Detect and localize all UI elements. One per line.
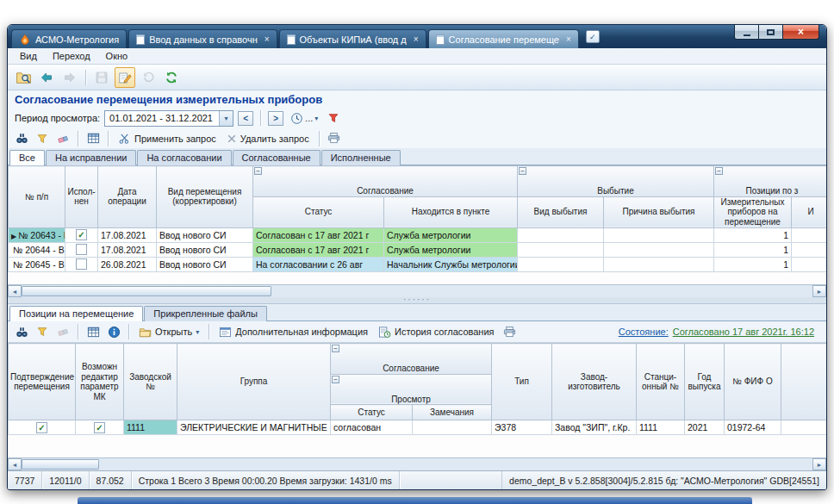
cell-num[interactable]: № 20644 - В [9,242,65,257]
scrollbar-track[interactable] [99,458,812,470]
menu-item-perekhod[interactable]: Переход [46,50,97,62]
scrollbar-thumb[interactable] [22,286,271,296]
cell-kind[interactable]: Ввод нового СИ [157,242,253,257]
cell-kind[interactable]: Ввод нового СИ [157,257,253,271]
col-header-done[interactable]: Испол- нен [65,166,98,228]
cell-status[interactable]: Согласован с 17 авг 2021 г [253,242,384,257]
collapse-group-icon[interactable]: − [519,167,526,175]
col-header-confirm[interactable]: Подтверждение перемещения [9,344,76,420]
close-button[interactable]: × [782,25,819,40]
tab-vse[interactable]: Все [9,150,45,165]
pane-splitter[interactable]: ······ [8,297,826,304]
tab-close-icon[interactable]: × [265,34,270,44]
menu-item-vid[interactable]: Вид [13,50,44,62]
col-header-serial[interactable]: Заводской № [124,344,177,420]
refresh-button[interactable] [161,67,182,88]
collapse-group-icon[interactable]: − [332,376,339,383]
col-header-remarks[interactable]: Замечания [413,405,492,420]
scroll-left-button[interactable]: ◄ [8,458,22,470]
cell-done[interactable] [65,242,98,257]
group-header-positions[interactable]: − Позиции по з [714,166,827,197]
additional-info-button[interactable]: Дополнительная информация [215,325,371,339]
minimize-button[interactable] [734,25,759,40]
cell-devices-count[interactable]: 1 [714,257,792,271]
col-header-fif[interactable]: № ФИФ О [725,344,781,420]
doc-tab-kipia[interactable]: Объекты КИПиА (ввод д × [279,29,426,48]
tab-close-icon[interactable]: × [414,34,419,44]
collapse-group-icon[interactable]: − [715,167,723,175]
cell-done[interactable]: ✓ [65,227,98,242]
tab-na-ispravlenii[interactable]: На исправлении [46,150,136,165]
cell-retirement-reason[interactable] [604,227,714,242]
col-header-next[interactable]: И [792,196,827,227]
group-header-review[interactable]: − Просмотр [331,374,492,405]
print-button[interactable] [501,323,519,340]
apply-query-button[interactable]: Применить запрос [115,131,220,146]
clear-filter-button[interactable] [54,323,72,340]
forward-button[interactable] [59,67,80,88]
col-header-station[interactable]: Станци- онный № [637,344,685,420]
cell-status[interactable]: Согласован с 17 авг 2021 г [253,227,384,242]
col-header-manufacturer[interactable]: Завод- изготовитель [552,344,637,420]
print-button[interactable] [326,130,343,147]
col-header-devices-count[interactable]: Измерительных приборов на перемещение [714,196,792,227]
cell-remarks[interactable] [413,420,492,435]
tab-attached-files[interactable]: Прикрепленные файлы [144,306,267,321]
search-button[interactable] [13,130,30,147]
checkbox[interactable] [76,244,87,255]
col-header-status[interactable]: Статус [253,196,384,227]
col-header-status[interactable]: Статус [331,405,413,420]
table-row[interactable]: № 20645 - В 26.08.2021 Ввод нового СИ На… [9,257,827,271]
col-header-year[interactable]: Год выпуска [685,344,725,420]
cell-num[interactable]: ▶№ 20643 - В [9,227,65,242]
cell-num[interactable]: № 20645 - В [9,257,65,271]
cell-retirement-kind[interactable] [518,257,604,271]
back-button[interactable] [36,67,57,88]
cell-kind[interactable]: Ввод нового СИ [157,227,253,242]
cell-station[interactable]: 1111 [637,420,685,435]
cell-location[interactable]: Служба метрологии [384,242,518,257]
chevron-down-icon[interactable]: ▾ [219,111,233,126]
group-header-agreement[interactable]: − Согласование [253,166,518,197]
scroll-left-button[interactable]: ◄ [8,285,22,297]
collapse-group-icon[interactable]: − [254,167,262,175]
checkbox[interactable]: ✓ [94,422,105,433]
maximize-button[interactable] [758,25,783,40]
cell-group[interactable]: ЭЛЕКТРИЧЕСКИЕ И МАГНИТНЫЕ [177,420,331,435]
cell-location[interactable]: Служба метрологии [384,227,518,242]
scrollbar-thumb[interactable] [22,459,99,470]
cell-fif[interactable]: 01972-64 [725,420,781,435]
app-tab[interactable]: АСМО-Метрология [11,29,127,48]
col-header-date[interactable]: Дата операции [98,166,157,228]
col-header-retirement-kind[interactable]: Вид выбытия [518,196,604,227]
agreement-history-button[interactable]: История согласования [375,325,498,339]
col-header-kind[interactable]: Вид перемещения (корректировки) [157,166,253,228]
horizontal-scrollbar[interactable]: ◄ ► [8,457,826,470]
delete-query-button[interactable]: Удалить запрос [223,133,313,145]
tab-close-icon[interactable]: × [566,34,571,44]
cell-editable[interactable]: ✓ [76,420,124,435]
cell-date[interactable]: 26.08.2021 [98,257,157,271]
undo-button[interactable] [138,67,159,88]
scroll-right-button[interactable]: ► [812,285,826,297]
cell-devices-count[interactable]: 1 [714,227,792,242]
clear-filter-button[interactable] [54,130,72,147]
open-search-window-button[interactable] [13,67,34,88]
doc-tab-soglasovanie[interactable]: Согласование перемеще × [428,29,579,48]
tab-soglasovannye[interactable]: Согласованные [233,150,321,165]
tab-na-soglasovanii[interactable]: На согласовании [137,150,231,165]
period-preset-button[interactable]: ... ▾ [288,111,321,126]
cell-status[interactable]: согласован [331,420,413,435]
cell-status[interactable]: На согласовании с 26 авг [253,257,384,271]
checkbox[interactable]: ✓ [76,229,87,240]
col-header-editable[interactable]: Возможн редактир параметр МК [76,344,124,420]
cell-retirement-kind[interactable] [518,227,604,242]
doc-tab-spravochnik[interactable]: Ввод данных в справочн × [128,29,277,48]
tab-list-button[interactable]: ✓ [586,30,600,43]
cell-date[interactable]: 17.08.2021 [98,227,157,242]
next-period-button[interactable]: > [268,111,283,126]
col-header-location[interactable]: Находится в пункте [384,196,518,227]
filter-button[interactable] [34,323,51,340]
scrollbar-track[interactable] [271,285,812,297]
state-label-link[interactable]: Состояние: [619,327,669,337]
